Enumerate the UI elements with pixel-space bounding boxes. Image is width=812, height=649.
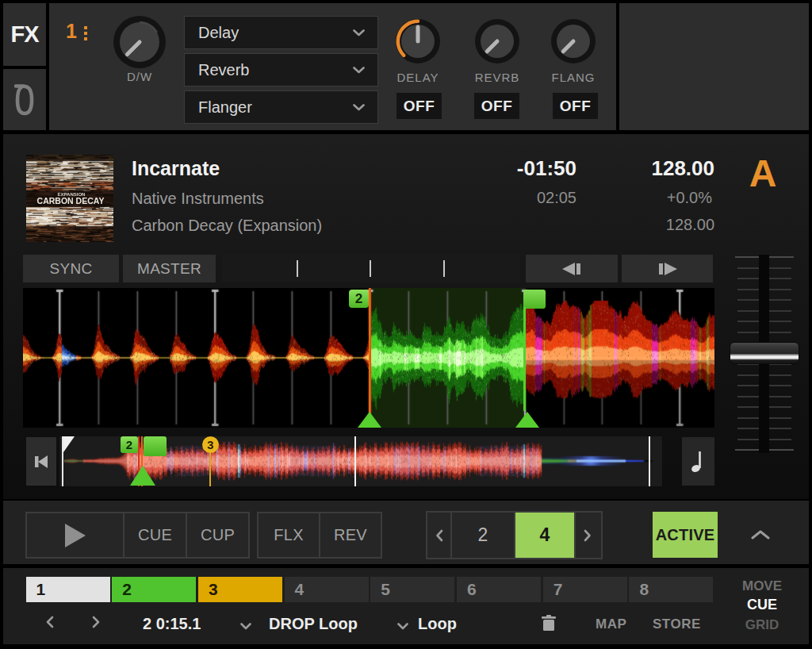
cue-type-dropdown[interactable] xyxy=(397,619,408,633)
fx-slot2-knob[interactable] xyxy=(473,17,530,74)
stripe-marker-line xyxy=(354,436,356,486)
beatjump-back-icon xyxy=(561,263,583,275)
key-lock-button[interactable] xyxy=(682,437,714,486)
hotcue-button-5[interactable]: 5 xyxy=(370,577,454,602)
cup-button[interactable]: CUP xyxy=(186,512,250,559)
waveform-playhead xyxy=(369,288,371,428)
knob-icon xyxy=(549,17,598,66)
waveform-display[interactable]: 2 xyxy=(23,288,714,428)
tempo-fader[interactable] xyxy=(726,250,809,461)
knob-icon xyxy=(111,13,168,71)
fx-slot1-knob-label: DELAY xyxy=(382,71,454,84)
deck-letter[interactable]: A xyxy=(741,152,785,195)
menu-dot xyxy=(84,32,87,35)
cue-name[interactable]: DROP Loop xyxy=(269,615,358,633)
stripe-end-marker xyxy=(649,436,650,486)
stripe-cue2-badge[interactable]: 2 xyxy=(121,436,138,453)
fx-unit-menu-icon[interactable] xyxy=(84,26,88,42)
fx-tab[interactable]: FX xyxy=(3,3,46,66)
hotcue-button-6[interactable]: 6 xyxy=(457,577,541,602)
cue-select-dropdown[interactable] xyxy=(240,619,251,633)
traktor-deck-window: FX 1 D/W Delay Reverb xyxy=(0,0,812,649)
phase-meter[interactable] xyxy=(222,255,520,282)
loop-size-option-4[interactable]: 4 xyxy=(515,513,576,558)
fx-unit-number[interactable]: 1 xyxy=(62,20,81,42)
hotcue-button-8[interactable]: 8 xyxy=(629,577,713,602)
advanced-panel-toggle[interactable] xyxy=(742,520,779,549)
hotcue-button-4[interactable]: 4 xyxy=(285,577,369,602)
reverse-button[interactable]: REV xyxy=(319,512,382,559)
fx-slot2-on-button[interactable]: OFF xyxy=(474,93,519,119)
fx-slot1-select[interactable]: Delay xyxy=(184,16,378,49)
hotcue-button-7[interactable]: 7 xyxy=(543,577,627,602)
prev-cue-button[interactable] xyxy=(44,615,63,631)
loop-out-line xyxy=(523,307,526,411)
loop-in-cue-badge[interactable]: 2 xyxy=(349,290,369,308)
chevron-down-icon xyxy=(397,623,408,630)
stripe-loop-region xyxy=(144,436,167,456)
advanced-panel: 12345678 MOVE CUE GRID 2 0:15.1 DROP Loo… xyxy=(3,568,809,644)
phase-tick xyxy=(297,260,298,277)
fx-slot2-select[interactable]: Reverb xyxy=(184,53,378,86)
map-button[interactable]: MAP xyxy=(596,616,626,632)
loop-size-option-2[interactable]: 2 xyxy=(452,513,515,558)
beatjump-back-button[interactable] xyxy=(526,255,618,282)
fx-slot3-select[interactable]: Flanger xyxy=(184,90,378,124)
loop-out-triangle[interactable] xyxy=(515,412,539,428)
cue-button[interactable]: CUE xyxy=(123,512,187,559)
loop-active-button[interactable]: ACTIVE xyxy=(653,512,718,558)
sync-button[interactable]: SYNC xyxy=(23,255,119,282)
delete-cue-button[interactable] xyxy=(540,614,561,633)
play-button[interactable] xyxy=(25,512,124,559)
track-start-flag xyxy=(63,436,75,452)
fx-slot3-knob[interactable] xyxy=(549,17,606,74)
fx-slot1-knob[interactable] xyxy=(393,17,450,74)
loop-size-increase[interactable] xyxy=(576,513,599,558)
chevron-up-icon xyxy=(751,530,770,540)
loop-in-triangle[interactable] xyxy=(358,412,381,428)
album-art xyxy=(26,155,113,242)
skip-to-start-button[interactable] xyxy=(26,437,56,486)
chevron-right-icon xyxy=(91,615,102,629)
fx-insert-icon xyxy=(14,83,35,117)
fx-slot2-value: Reverb xyxy=(185,61,353,79)
beatjump-forward-button[interactable] xyxy=(622,255,713,282)
fx-slot1-on-button[interactable]: OFF xyxy=(396,93,442,119)
chevron-down-icon xyxy=(353,104,365,111)
bpm-value: 128.00 xyxy=(598,156,714,181)
stripe-playhead-triangle xyxy=(130,466,155,486)
fx-empty-panel xyxy=(619,3,809,130)
fx-drywet-knob[interactable] xyxy=(111,13,168,71)
advanced-tab-cue[interactable]: CUE xyxy=(736,597,788,613)
time-remaining: -01:50 xyxy=(460,156,576,181)
loop-size-decrease[interactable] xyxy=(427,513,452,558)
advanced-tab-move[interactable]: MOVE xyxy=(736,578,788,594)
fx-slot3-value: Flanger xyxy=(185,98,353,117)
stripe-overview[interactable]: 2 3 xyxy=(59,436,662,486)
menu-dot xyxy=(84,26,87,29)
cue-type-value[interactable]: Loop xyxy=(418,615,457,633)
phase-tick xyxy=(443,260,445,277)
master-button[interactable]: MASTER xyxy=(123,255,216,282)
chevron-right-icon xyxy=(584,529,592,542)
hotcue-button-1[interactable]: 1 xyxy=(26,577,110,602)
beatjump-forward-icon xyxy=(657,263,679,275)
tempo-fader-handle[interactable] xyxy=(730,342,799,364)
advanced-tab-grid[interactable]: GRID xyxy=(736,617,788,633)
fx-panel: 1 D/W Delay Reverb Flanger xyxy=(49,3,616,130)
hotcue-button-2[interactable]: 2 xyxy=(112,577,196,602)
hotcue-button-3[interactable]: 3 xyxy=(198,577,282,602)
fx-tab-label: FX xyxy=(10,21,38,48)
next-cue-button[interactable] xyxy=(91,615,110,631)
loop-out-flag[interactable] xyxy=(523,290,546,309)
stripe-cue3-badge[interactable]: 3 xyxy=(202,436,219,453)
phase-tick xyxy=(370,260,371,277)
store-button[interactable]: STORE xyxy=(653,616,701,632)
loop-size-control: 2 4 xyxy=(426,511,603,559)
chevron-left-icon xyxy=(435,529,443,542)
base-bpm: 128.00 xyxy=(598,216,714,234)
menu-dot xyxy=(84,37,87,40)
fx-slot3-on-button[interactable]: OFF xyxy=(553,93,598,119)
fx-assign-cell[interactable] xyxy=(3,69,46,130)
flux-button[interactable]: FLX xyxy=(257,512,320,559)
